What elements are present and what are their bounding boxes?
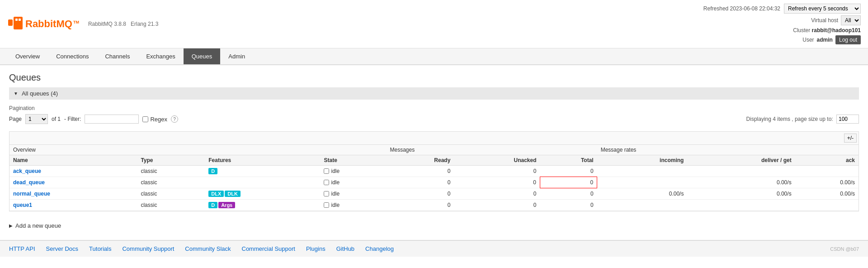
queue-ready-cell: 0 xyxy=(386,166,454,177)
queue-total-cell: 0 xyxy=(540,200,597,211)
add-queue-arrow-icon: ▶ xyxy=(9,223,13,228)
footer-link-github[interactable]: GitHub xyxy=(336,245,354,252)
queue-state-cell: idle xyxy=(320,177,386,188)
footer-link-community-support[interactable]: Community Support xyxy=(122,245,174,252)
table-group-header-row: Overview Messages Message rates xyxy=(9,145,859,155)
queue-state-value: idle xyxy=(331,168,340,174)
plus-minus-button[interactable]: +/- xyxy=(844,134,857,143)
th-incoming: incoming xyxy=(597,155,688,166)
user-row: User admin Log out xyxy=(802,35,861,44)
nav-item-queues[interactable]: Queues xyxy=(184,48,221,64)
version-info: RabbitMQ 3.8.8 Erlang 21.3 xyxy=(88,21,158,27)
queue-select-checkbox[interactable] xyxy=(324,191,329,196)
footer-link-tutorials[interactable]: Tutorials xyxy=(89,245,111,252)
queue-name-link[interactable]: ack_queue xyxy=(13,168,41,174)
footer-link-changelog[interactable]: Changelog xyxy=(365,245,394,252)
nav: Overview Connections Channels Exchanges … xyxy=(0,48,868,65)
queue-features-cell: DLXDLK xyxy=(205,188,320,200)
section-arrow-icon: ▼ xyxy=(14,91,18,96)
filter-label: - Filter: xyxy=(64,116,81,122)
page-size-input[interactable] xyxy=(836,115,859,124)
feature-badge: Args xyxy=(218,202,235,208)
queue-state-value: idle xyxy=(331,202,340,208)
svg-rect-0 xyxy=(8,19,13,26)
add-queue-section[interactable]: ▶ Add a new queue xyxy=(9,219,859,233)
queue-ack-cell xyxy=(795,166,859,177)
display-info: Displaying 4 items , page size up to: xyxy=(746,115,859,124)
queue-state-value: idle xyxy=(331,191,340,197)
refreshed-label: Refreshed 2023-06-08 22:04:32 xyxy=(703,5,780,12)
footer-link-community-slack[interactable]: Community Slack xyxy=(185,245,231,252)
queue-deliver-get-cell: 0.00/s xyxy=(687,177,795,188)
nav-item-overview[interactable]: Overview xyxy=(7,48,48,64)
queue-select-checkbox[interactable] xyxy=(324,180,329,185)
queues-table: Overview Messages Message rates Name Typ… xyxy=(9,145,859,211)
pagination-section: Pagination Page 1 of 1 - Filter: Regex ?… xyxy=(9,105,859,124)
page-select[interactable]: 1 xyxy=(25,114,48,124)
queue-incoming-cell: 0.00/s xyxy=(597,188,688,200)
nav-item-connections[interactable]: Connections xyxy=(48,48,97,64)
pagination-label: Pagination xyxy=(9,105,859,111)
filter-input[interactable] xyxy=(85,115,139,124)
queue-ready-cell: 0 xyxy=(386,200,454,211)
nav-item-channels[interactable]: Channels xyxy=(97,48,138,64)
th-deliver-get: deliver / get xyxy=(687,155,795,166)
queue-incoming-cell xyxy=(597,200,688,211)
th-state: State xyxy=(320,155,386,166)
queue-name-cell: ack_queue xyxy=(9,166,137,177)
queue-ack-cell: 0.00/s xyxy=(795,177,859,188)
all-queues-section-header[interactable]: ▼ All queues (4) xyxy=(9,87,859,100)
table-row: dead_queueclassicidle0000.00/s0.00/s xyxy=(9,177,859,188)
regex-help-icon[interactable]: ? xyxy=(171,115,178,123)
cluster-row: Cluster rabbit@hadoop101 xyxy=(793,27,861,34)
th-unacked: Unacked xyxy=(454,155,540,166)
th-ack: ack xyxy=(795,155,859,166)
feature-badge: D xyxy=(208,202,217,208)
logo-text: RabbitMQTM xyxy=(25,18,79,30)
of-label: of 1 xyxy=(52,116,61,122)
queue-type-cell: classic xyxy=(137,200,205,211)
queue-name-link[interactable]: dead_queue xyxy=(13,179,45,186)
queue-unacked-cell: 0 xyxy=(454,200,540,211)
svg-rect-3 xyxy=(19,19,21,21)
rabbitmq-version-link[interactable]: RabbitMQ 3.8.8 xyxy=(88,21,126,27)
refresh-select[interactable]: Refresh every 5 seconds Refresh every 10… xyxy=(784,4,861,14)
queues-table-body: ack_queueclassicDidle000dead_queueclassi… xyxy=(9,166,859,211)
queue-ack-cell xyxy=(795,200,859,211)
queue-type-cell: classic xyxy=(137,188,205,200)
table-col-header-row: Name Type Features State Ready Unacked T… xyxy=(9,155,859,166)
queue-incoming-cell xyxy=(597,177,688,188)
footer-link-server-docs[interactable]: Server Docs xyxy=(46,245,79,252)
footer-link-commercial-support[interactable]: Commercial Support xyxy=(242,245,296,252)
queue-name-link[interactable]: normal_queue xyxy=(13,191,50,197)
queue-name-link[interactable]: queue1 xyxy=(13,202,32,208)
queue-state-cell: idle xyxy=(320,188,386,200)
queue-type-cell: classic xyxy=(137,177,205,188)
header-right: Refreshed 2023-06-08 22:04:32 Refresh ev… xyxy=(703,4,861,44)
table-row: queue1classicDArgsidle000 xyxy=(9,200,859,211)
queue-incoming-cell xyxy=(597,166,688,177)
svg-rect-2 xyxy=(15,19,18,21)
rabbitmq-logo-icon xyxy=(7,16,24,32)
vhost-select[interactable]: All xyxy=(841,15,861,25)
queue-total-cell: 0 xyxy=(540,177,597,188)
logout-button[interactable]: Log out xyxy=(835,35,861,44)
footer-link-plugins[interactable]: Plugins xyxy=(306,245,326,252)
erlang-version-link[interactable]: Erlang 21.3 xyxy=(131,21,158,27)
queue-total-cell: 0 xyxy=(540,166,597,177)
user-value: admin xyxy=(817,37,833,43)
nav-item-exchanges[interactable]: Exchanges xyxy=(138,48,183,64)
th-total: Total xyxy=(540,155,597,166)
regex-text: Regex xyxy=(150,116,167,123)
cluster-label: Cluster xyxy=(793,27,810,34)
queue-name-cell: normal_queue xyxy=(9,188,137,200)
vhost-row: Virtual host All xyxy=(811,15,861,25)
vhost-label: Virtual host xyxy=(811,17,838,24)
nav-item-admin[interactable]: Admin xyxy=(220,48,253,64)
regex-checkbox[interactable] xyxy=(142,116,148,122)
queue-features-cell xyxy=(205,177,320,188)
queue-select-checkbox[interactable] xyxy=(324,168,329,174)
queue-select-checkbox[interactable] xyxy=(324,202,329,208)
footer-link-http-api[interactable]: HTTP API xyxy=(9,245,35,252)
queue-ready-cell: 0 xyxy=(386,177,454,188)
